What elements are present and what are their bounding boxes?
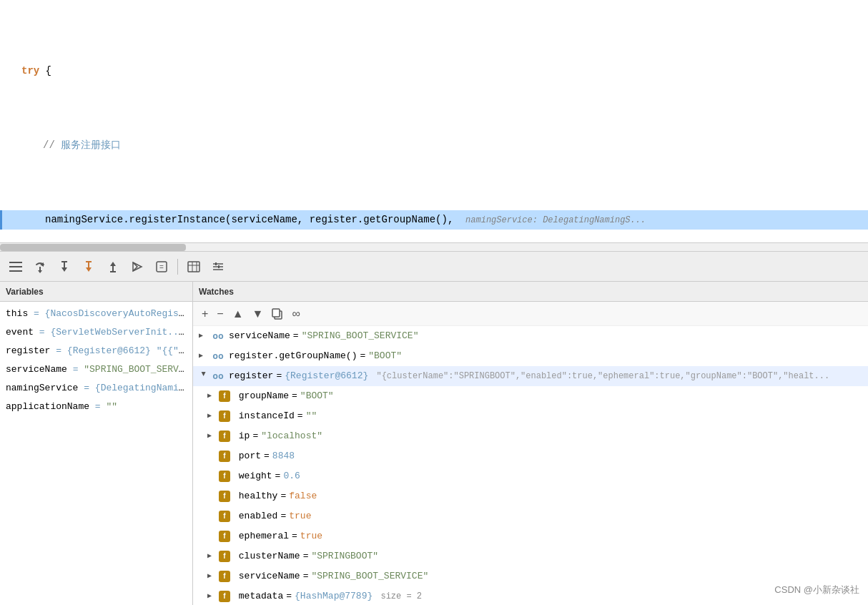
- watch-port[interactable]: ▶ f port = 8848: [193, 446, 868, 466]
- scrollbar-thumb[interactable]: [0, 244, 186, 251]
- toolbar-separator: [177, 259, 178, 275]
- field-icon: f: [219, 451, 230, 462]
- field-icon: f: [219, 491, 230, 502]
- watches-content: ▶ oo serviceName = "SPRING_BOOT_SERVICE"…: [193, 326, 868, 605]
- svg-rect-1: [9, 266, 22, 267]
- field-icon: f: [219, 531, 230, 542]
- var-namingservice: namingService = {DelegatingNamingS...: [0, 379, 192, 398]
- watch-up-button[interactable]: ▲: [230, 306, 247, 322]
- watches-panel: Watches + − ▲ ▼ ∞ ▶ oo serviceName = "S: [193, 282, 868, 605]
- watch-inner-servicename[interactable]: ▶ f serviceName = "SPRING_BOOT_SERVICE": [193, 566, 868, 586]
- field-icon: f: [219, 571, 230, 582]
- field-icon: f: [219, 410, 230, 422]
- watch-down-button[interactable]: ▼: [250, 306, 267, 322]
- table-layout-button[interactable]: [184, 257, 204, 277]
- svg-marker-13: [110, 262, 116, 266]
- field-icon: f: [219, 591, 230, 602]
- watches-toolbar: + − ▲ ▼ ∞: [193, 302, 868, 326]
- arrow-icon: ▶: [199, 348, 207, 365]
- code-editor: try { // 服务注册接口 namingService.registerIn…: [0, 0, 868, 243]
- watch-type-icon: oo: [210, 370, 226, 382]
- arrow-icon: ▶: [207, 548, 216, 565]
- step-out-button[interactable]: [103, 257, 123, 277]
- watch-weight[interactable]: ▶ f weight = 0.6: [193, 466, 868, 486]
- step-into-button[interactable]: [54, 257, 74, 277]
- watch-infinity-button[interactable]: ∞: [289, 306, 302, 322]
- arrow-icon: ▶: [207, 388, 216, 405]
- var-appname: applicationName = "": [0, 398, 192, 416]
- code-line-3: namingService.registerInstance(serviceNa…: [0, 210, 868, 230]
- evaluate-button[interactable]: =: [152, 257, 172, 277]
- watch-register[interactable]: ▶ oo register = {Register@6612} "{cluste…: [193, 366, 868, 386]
- svg-text:=: =: [159, 263, 164, 271]
- arrow-icon: ▶: [207, 588, 216, 605]
- field-icon: f: [219, 511, 230, 522]
- watches-title: Watches: [199, 287, 234, 297]
- watch-enabled[interactable]: ▶ f enabled = true: [193, 506, 868, 526]
- run-to-cursor-button[interactable]: [127, 257, 147, 277]
- svg-rect-0: [9, 262, 22, 263]
- var-servicename: serviceName = "SPRING_BOOT_SERVI...": [0, 360, 192, 379]
- code-line-2: // 服务注册接口: [0, 136, 868, 154]
- field-icon: f: [219, 551, 230, 562]
- svg-rect-2: [9, 270, 22, 272]
- svg-marker-7: [61, 267, 67, 272]
- horizontal-scrollbar[interactable]: [0, 243, 868, 252]
- watch-clustername[interactable]: ▶ f clusterName = "SPRINGBOOT": [193, 546, 868, 566]
- menu-button[interactable]: [6, 257, 26, 277]
- watch-type-icon: oo: [210, 350, 226, 362]
- watch-groupname[interactable]: ▶ f groupName = "BOOT": [193, 386, 868, 406]
- watch-add-button[interactable]: +: [199, 306, 211, 322]
- arrow-icon: ▶: [199, 328, 207, 345]
- svg-marker-10: [86, 267, 92, 272]
- watermark: CSDN @小新杂谈社: [774, 584, 859, 596]
- arrow-icon: ▶: [207, 568, 216, 585]
- var-register: register = {Register@6612} "{{"... View: [0, 342, 192, 360]
- watermark-text: CSDN @小新杂谈社: [774, 584, 859, 595]
- debug-toolbar: =: [0, 252, 868, 282]
- arrow-icon: ▶: [207, 408, 216, 425]
- step-over-button[interactable]: [30, 257, 50, 277]
- watch-healthy[interactable]: ▶ f healthy = false: [193, 486, 868, 506]
- watch-getgroupname[interactable]: ▶ oo register.getGroupName() = "BOOT": [193, 346, 868, 366]
- bottom-panel: Variables this = {NacosDiscoveryAutoRegi…: [0, 282, 868, 605]
- watch-copy-button[interactable]: [269, 307, 286, 321]
- code-content: try { // 服务注册接口 namingService.registerIn…: [0, 0, 868, 243]
- code-line-1: try {: [0, 62, 868, 80]
- arrow-icon: ▶: [207, 428, 216, 445]
- svg-rect-17: [188, 262, 199, 272]
- watch-metadata[interactable]: ▶ f metadata = {HashMap@7789} size = 2: [193, 586, 868, 605]
- watch-ephemeral[interactable]: ▶ f ephemeral = true: [193, 526, 868, 546]
- field-icon: f: [219, 471, 230, 482]
- field-icon: f: [219, 431, 230, 442]
- settings-button[interactable]: [208, 257, 228, 277]
- watch-servicename[interactable]: ▶ oo serviceName = "SPRING_BOOT_SERVICE": [193, 326, 868, 346]
- watch-type-icon: oo: [210, 330, 226, 342]
- watch-remove-button[interactable]: −: [214, 306, 226, 322]
- variables-title: Variables: [6, 287, 44, 297]
- svg-rect-27: [272, 309, 280, 317]
- variables-list: this = {NacosDiscoveryAutoRegister@... e…: [0, 302, 192, 419]
- arrow-icon: ▶: [194, 372, 212, 380]
- step-into-force-button[interactable]: [79, 257, 99, 277]
- field-icon: f: [219, 390, 230, 402]
- var-event: event = {ServletWebServerInit... View: [0, 323, 192, 342]
- watch-ip[interactable]: ▶ f ip = "localhost": [193, 426, 868, 446]
- watches-header: Watches: [193, 282, 868, 302]
- variables-panel: Variables this = {NacosDiscoveryAutoRegi…: [0, 282, 193, 605]
- watch-instanceid[interactable]: ▶ f instanceId = "": [193, 406, 868, 426]
- var-this: this = {NacosDiscoveryAutoRegister@...: [0, 305, 192, 323]
- svg-marker-5: [38, 270, 42, 273]
- variables-header: Variables: [0, 282, 192, 302]
